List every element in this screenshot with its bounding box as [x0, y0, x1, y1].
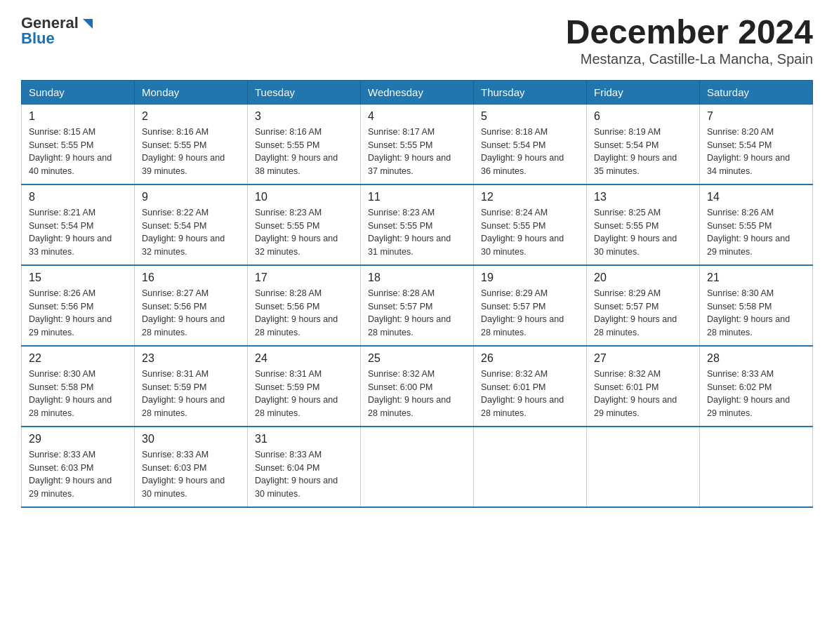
- day-number: 12: [481, 191, 579, 203]
- calendar-cell: 9 Sunrise: 8:22 AM Sunset: 5:54 PM Dayli…: [135, 185, 248, 265]
- day-number: 6: [594, 110, 692, 123]
- day-info: Sunrise: 8:23 AM Sunset: 5:55 PM Dayligh…: [255, 206, 353, 259]
- day-info: Sunrise: 8:26 AM Sunset: 5:55 PM Dayligh…: [707, 206, 805, 259]
- calendar-cell: 16 Sunrise: 8:27 AM Sunset: 5:56 PM Dayl…: [135, 265, 248, 346]
- calendar-cell: 18 Sunrise: 8:28 AM Sunset: 5:57 PM Dayl…: [361, 265, 474, 346]
- day-info: Sunrise: 8:32 AM Sunset: 6:00 PM Dayligh…: [368, 368, 466, 420]
- day-info: Sunrise: 8:19 AM Sunset: 5:54 PM Dayligh…: [594, 126, 692, 178]
- day-info: Sunrise: 8:32 AM Sunset: 6:01 PM Dayligh…: [481, 368, 579, 420]
- calendar-week-row: 1 Sunrise: 8:15 AM Sunset: 5:55 PM Dayli…: [22, 104, 813, 185]
- day-info: Sunrise: 8:28 AM Sunset: 5:57 PM Dayligh…: [368, 287, 466, 340]
- day-info: Sunrise: 8:27 AM Sunset: 5:56 PM Dayligh…: [142, 287, 240, 340]
- day-info: Sunrise: 8:15 AM Sunset: 5:55 PM Dayligh…: [29, 126, 127, 178]
- day-info: Sunrise: 8:30 AM Sunset: 5:58 PM Dayligh…: [29, 368, 127, 420]
- calendar-cell: 5 Sunrise: 8:18 AM Sunset: 5:54 PM Dayli…: [474, 104, 587, 185]
- calendar-header-saturday: Saturday: [700, 80, 813, 104]
- calendar-cell: 25 Sunrise: 8:32 AM Sunset: 6:00 PM Dayl…: [361, 346, 474, 427]
- calendar-cell: 15 Sunrise: 8:26 AM Sunset: 5:56 PM Dayl…: [22, 265, 135, 346]
- day-info: Sunrise: 8:28 AM Sunset: 5:56 PM Dayligh…: [255, 287, 353, 340]
- calendar-cell: 3 Sunrise: 8:16 AM Sunset: 5:55 PM Dayli…: [248, 104, 361, 185]
- day-number: 27: [594, 352, 692, 365]
- day-number: 20: [594, 271, 692, 284]
- calendar-cell: 27 Sunrise: 8:32 AM Sunset: 6:01 PM Dayl…: [587, 346, 700, 427]
- day-number: 10: [255, 191, 353, 203]
- day-number: 13: [594, 191, 692, 203]
- calendar-cell: 31 Sunrise: 8:33 AM Sunset: 6:04 PM Dayl…: [248, 427, 361, 507]
- day-info: Sunrise: 8:26 AM Sunset: 5:56 PM Dayligh…: [29, 287, 127, 340]
- day-info: Sunrise: 8:32 AM Sunset: 6:01 PM Dayligh…: [594, 368, 692, 420]
- logo: General Blue: [21, 14, 95, 48]
- day-info: Sunrise: 8:24 AM Sunset: 5:55 PM Dayligh…: [481, 206, 579, 259]
- calendar-cell: 7 Sunrise: 8:20 AM Sunset: 5:54 PM Dayli…: [700, 104, 813, 185]
- calendar-table: SundayMondayTuesdayWednesdayThursdayFrid…: [21, 80, 813, 508]
- calendar-cell: 4 Sunrise: 8:17 AM Sunset: 5:55 PM Dayli…: [361, 104, 474, 185]
- logo-triangle-icon: [80, 16, 95, 32]
- day-number: 15: [29, 271, 127, 284]
- day-number: 21: [707, 271, 805, 284]
- calendar-cell: 11 Sunrise: 8:23 AM Sunset: 5:55 PM Dayl…: [361, 185, 474, 265]
- day-number: 30: [142, 433, 240, 445]
- title-block: December 2024 Mestanza, Castille-La Manc…: [566, 14, 813, 67]
- day-number: 29: [29, 433, 127, 445]
- day-info: Sunrise: 8:18 AM Sunset: 5:54 PM Dayligh…: [481, 126, 579, 178]
- day-info: Sunrise: 8:31 AM Sunset: 5:59 PM Dayligh…: [142, 368, 240, 420]
- day-number: 8: [29, 191, 127, 203]
- calendar-cell: 10 Sunrise: 8:23 AM Sunset: 5:55 PM Dayl…: [248, 185, 361, 265]
- calendar-cell: 6 Sunrise: 8:19 AM Sunset: 5:54 PM Dayli…: [587, 104, 700, 185]
- calendar-header-tuesday: Tuesday: [248, 80, 361, 104]
- svg-marker-0: [83, 19, 93, 29]
- calendar-cell: 30 Sunrise: 8:33 AM Sunset: 6:03 PM Dayl…: [135, 427, 248, 507]
- day-info: Sunrise: 8:33 AM Sunset: 6:02 PM Dayligh…: [707, 368, 805, 420]
- calendar-cell: 21 Sunrise: 8:30 AM Sunset: 5:58 PM Dayl…: [700, 265, 813, 346]
- day-info: Sunrise: 8:22 AM Sunset: 5:54 PM Dayligh…: [142, 206, 240, 259]
- day-number: 28: [707, 352, 805, 365]
- day-number: 16: [142, 271, 240, 284]
- day-info: Sunrise: 8:23 AM Sunset: 5:55 PM Dayligh…: [368, 206, 466, 259]
- day-info: Sunrise: 8:21 AM Sunset: 5:54 PM Dayligh…: [29, 206, 127, 259]
- day-info: Sunrise: 8:31 AM Sunset: 5:59 PM Dayligh…: [255, 368, 353, 420]
- calendar-header-row: SundayMondayTuesdayWednesdayThursdayFrid…: [22, 80, 813, 104]
- calendar-cell: 13 Sunrise: 8:25 AM Sunset: 5:55 PM Dayl…: [587, 185, 700, 265]
- calendar-cell: 22 Sunrise: 8:30 AM Sunset: 5:58 PM Dayl…: [22, 346, 135, 427]
- calendar-header-wednesday: Wednesday: [361, 80, 474, 104]
- day-number: 5: [481, 110, 579, 123]
- calendar-cell: 12 Sunrise: 8:24 AM Sunset: 5:55 PM Dayl…: [474, 185, 587, 265]
- calendar-cell: 28 Sunrise: 8:33 AM Sunset: 6:02 PM Dayl…: [700, 346, 813, 427]
- day-info: Sunrise: 8:33 AM Sunset: 6:03 PM Dayligh…: [29, 448, 127, 501]
- day-info: Sunrise: 8:17 AM Sunset: 5:55 PM Dayligh…: [368, 126, 466, 178]
- day-info: Sunrise: 8:16 AM Sunset: 5:55 PM Dayligh…: [255, 126, 353, 178]
- page-subtitle: Mestanza, Castille-La Mancha, Spain: [566, 51, 813, 67]
- day-number: 4: [368, 110, 466, 123]
- day-number: 1: [29, 110, 127, 123]
- day-number: 19: [481, 271, 579, 284]
- calendar-week-row: 29 Sunrise: 8:33 AM Sunset: 6:03 PM Dayl…: [22, 427, 813, 507]
- calendar-cell: 1 Sunrise: 8:15 AM Sunset: 5:55 PM Dayli…: [22, 104, 135, 185]
- calendar-cell: 23 Sunrise: 8:31 AM Sunset: 5:59 PM Dayl…: [135, 346, 248, 427]
- calendar-cell: 26 Sunrise: 8:32 AM Sunset: 6:01 PM Dayl…: [474, 346, 587, 427]
- day-number: 9: [142, 191, 240, 203]
- day-number: 18: [368, 271, 466, 284]
- day-number: 3: [255, 110, 353, 123]
- calendar-cell: [474, 427, 587, 507]
- page-title: December 2024: [566, 14, 813, 51]
- day-info: Sunrise: 8:16 AM Sunset: 5:55 PM Dayligh…: [142, 126, 240, 178]
- calendar-cell: [361, 427, 474, 507]
- day-number: 2: [142, 110, 240, 123]
- day-info: Sunrise: 8:33 AM Sunset: 6:04 PM Dayligh…: [255, 448, 353, 501]
- day-number: 11: [368, 191, 466, 203]
- day-number: 25: [368, 352, 466, 365]
- calendar-cell: 8 Sunrise: 8:21 AM Sunset: 5:54 PM Dayli…: [22, 185, 135, 265]
- calendar-header-friday: Friday: [587, 80, 700, 104]
- day-info: Sunrise: 8:29 AM Sunset: 5:57 PM Dayligh…: [481, 287, 579, 340]
- logo-blue-text: Blue: [21, 29, 55, 48]
- day-number: 24: [255, 352, 353, 365]
- day-number: 23: [142, 352, 240, 365]
- calendar-cell: [587, 427, 700, 507]
- calendar-header-sunday: Sunday: [22, 80, 135, 104]
- page-header: General Blue December 2024 Mestanza, Cas…: [21, 14, 813, 67]
- day-info: Sunrise: 8:20 AM Sunset: 5:54 PM Dayligh…: [707, 126, 805, 178]
- day-number: 14: [707, 191, 805, 203]
- calendar-cell: 2 Sunrise: 8:16 AM Sunset: 5:55 PM Dayli…: [135, 104, 248, 185]
- calendar-header-thursday: Thursday: [474, 80, 587, 104]
- calendar-cell: 17 Sunrise: 8:28 AM Sunset: 5:56 PM Dayl…: [248, 265, 361, 346]
